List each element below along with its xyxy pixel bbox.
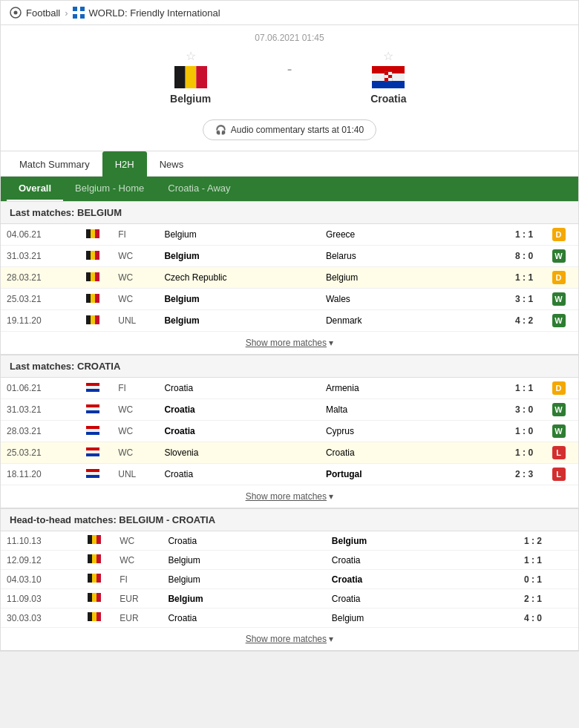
match-score: 1 : 0 [481, 421, 539, 442]
table-row[interactable]: 19.11.20 UNL Belgium Denmark 4 : 2 W [1, 310, 578, 332]
table-row[interactable]: 11.10.13 WC Croatia Belgium 1 : 2 [1, 531, 578, 551]
svg-rect-16 [385, 72, 388, 75]
match-flag [74, 551, 114, 570]
svg-rect-58 [88, 574, 92, 583]
headphone-icon: 🎧 [215, 125, 226, 135]
h2h-subtabs: Overall Belgium - Home Croatia - Away [1, 177, 578, 201]
h2h-tab-belgium-home[interactable]: Belgium - Home [63, 177, 156, 201]
h2h-show-more-link[interactable]: Show more matches [246, 634, 327, 644]
tab-match-summary[interactable]: Match Summary [7, 151, 102, 177]
h2h-show-more-row[interactable]: Show more matches ▾ [1, 628, 578, 650]
match-flag [74, 609, 114, 628]
table-row[interactable]: 04.03.10 FI Belgium Croatia 0 : 1 [1, 570, 578, 589]
match-score: 1 : 1 [481, 224, 539, 246]
breadcrumb-competition: WORLD: Friendly International [89, 7, 220, 19]
match-home: Croatia [162, 609, 325, 628]
svg-rect-53 [92, 535, 96, 544]
match-date: 11.09.03 [1, 589, 74, 609]
result-badge: D [552, 228, 566, 241]
match-home: Czech Republic [158, 267, 320, 289]
match-away: Belgium [326, 531, 489, 551]
svg-rect-45 [86, 432, 99, 435]
table-row[interactable]: 31.03.21 WC Belgium Belarus 8 : 0 W [1, 246, 578, 267]
croatia-show-more-row[interactable]: Show more matches ▾ [1, 485, 578, 508]
croatia-section: Last matches: CROATIA 01.06.21 FI Croati… [1, 355, 578, 508]
croatia-star[interactable]: ☆ [383, 49, 393, 63]
svg-rect-6 [80, 7, 85, 11]
match-header: 07.06.2021 01:45 ☆ Belgium - ☆ [1, 25, 578, 151]
match-comp: EUR [114, 589, 162, 609]
match-comp: WC [112, 246, 158, 267]
main-container: Football › WORLD: Friendly International… [0, 0, 579, 652]
table-row[interactable]: 25.03.21 WC Belgium Wales 3 : 1 W [1, 289, 578, 310]
match-comp: WC [114, 551, 162, 570]
audio-commentary-button[interactable]: 🎧 Audio commentary starts at 01:40 [203, 119, 376, 140]
match-result: W [539, 421, 578, 442]
svg-rect-17 [388, 72, 392, 75]
match-flag [73, 421, 112, 442]
table-row[interactable]: 28.03.21 WC Croatia Cyprus 1 : 0 W [1, 421, 578, 442]
svg-rect-26 [91, 251, 95, 260]
svg-rect-39 [86, 389, 99, 392]
svg-rect-27 [95, 251, 99, 260]
main-tabs: Match Summary H2H News [1, 151, 578, 177]
team-croatia: ☆ Croati [307, 49, 470, 105]
croatia-show-more-link[interactable]: Show more matches [246, 491, 327, 502]
belgium-show-more-link[interactable]: Show more matches [246, 338, 327, 348]
svg-rect-51 [86, 475, 99, 478]
table-row[interactable]: 31.03.21 WC Croatia Malta 3 : 0 W [1, 399, 578, 421]
result-badge: W [552, 249, 566, 263]
table-row[interactable]: 01.06.21 FI Croatia Armenia 1 : 1 D [1, 378, 578, 399]
table-row[interactable]: 30.03.03 EUR Croatia Belgium 4 : 0 [1, 609, 578, 628]
match-score: 2 : 1 [489, 589, 548, 609]
score-dash: - [287, 61, 292, 93]
match-date: 19.11.20 [1, 310, 73, 332]
match-score: 0 : 1 [489, 570, 548, 589]
svg-rect-7 [73, 14, 77, 19]
svg-rect-63 [96, 593, 101, 602]
match-date: 28.03.21 [1, 267, 73, 289]
svg-rect-24 [95, 229, 99, 238]
match-comp: WC [112, 289, 158, 310]
h2h-show-more-table: Show more matches ▾ [1, 628, 578, 650]
svg-rect-38 [86, 386, 99, 389]
teams-row: ☆ Belgium - ☆ [1, 49, 578, 105]
match-comp: WC [112, 399, 158, 421]
belgium-section-title: Last matches: BELGIUM [1, 201, 578, 224]
svg-rect-64 [88, 612, 92, 621]
svg-rect-37 [86, 383, 99, 386]
breadcrumb-sport: Football [26, 7, 60, 19]
table-row[interactable]: 12.09.12 WC Belgium Croatia 1 : 1 [1, 551, 578, 570]
table-row[interactable]: 28.03.21 WC Czech Republic Belgium 1 : 1… [1, 267, 578, 289]
table-row[interactable]: 18.11.20 UNL Croatia Portugal 2 : 3 L [1, 464, 578, 485]
belgium-star[interactable]: ☆ [186, 49, 196, 63]
match-flag [73, 224, 112, 246]
svg-point-1 [14, 11, 18, 15]
match-away: Croatia [326, 589, 489, 609]
match-score: 1 : 2 [489, 531, 548, 551]
match-date: 11.10.13 [1, 531, 74, 551]
h2h-tab-overall[interactable]: Overall [7, 177, 63, 201]
svg-rect-32 [91, 294, 95, 303]
table-row[interactable]: 04.06.21 FI Belgium Greece 1 : 1 D [1, 224, 578, 246]
tab-news[interactable]: News [147, 151, 197, 177]
h2h-section: Head-to-head matches: BELGIUM - CROATIA … [1, 508, 578, 651]
match-date: 04.03.10 [1, 570, 74, 589]
h2h-tab-croatia-away[interactable]: Croatia - Away [156, 177, 242, 201]
match-date: 01.06.21 [1, 378, 73, 399]
match-date: 25.03.21 [1, 442, 73, 464]
croatia-name: Croatia [370, 93, 406, 105]
croatia-show-more-table: Show more matches ▾ [1, 485, 578, 508]
match-away: Belgium [320, 267, 482, 289]
table-row[interactable]: 11.09.03 EUR Belgium Croatia 2 : 1 [1, 589, 578, 609]
belgium-show-more-row[interactable]: Show more matches ▾ [1, 332, 578, 354]
match-home: Belgium [158, 289, 320, 310]
svg-rect-29 [91, 272, 95, 281]
svg-rect-21 [388, 78, 392, 81]
match-flag [74, 570, 114, 589]
match-away: Croatia [320, 442, 482, 464]
tab-h2h[interactable]: H2H [102, 151, 147, 177]
match-score: 1 : 1 [481, 378, 539, 399]
match-flag [73, 310, 112, 332]
table-row[interactable]: 25.03.21 WC Slovenia Croatia 1 : 0 L [1, 442, 578, 464]
